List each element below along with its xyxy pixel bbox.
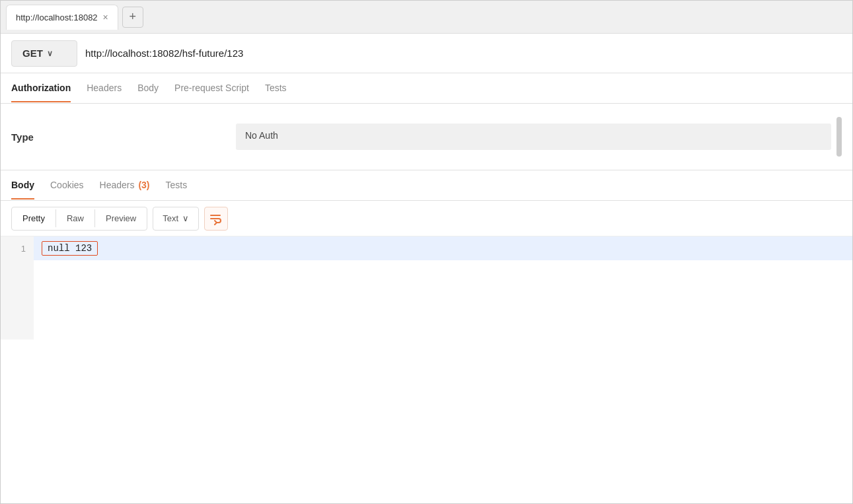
wrap-button[interactable] [204,207,228,231]
tab-response-headers[interactable]: Headers (3) [100,172,150,199]
method-button[interactable]: GET ∨ [11,40,77,67]
auth-section: Type No Auth [1,104,852,170]
body-toolbar: Pretty Raw Preview Text ∨ [1,201,852,236]
wrap-lines-icon [209,212,223,225]
method-label: GET [22,48,43,59]
browser-tab[interactable]: http://localhost:18082 × [6,5,118,30]
format-label: Text [163,213,178,223]
tab-response-cookies[interactable]: Cookies [50,172,84,199]
auth-type-label: Type [11,131,236,143]
tab-tests[interactable]: Tests [265,75,287,102]
view-raw-button[interactable]: Raw [56,209,95,227]
url-input[interactable] [77,42,842,64]
line-gutter [1,260,34,340]
request-tabs: Authorization Headers Body Pre-request S… [1,73,852,104]
method-chevron-icon: ∨ [47,49,53,58]
line-number-1: 1 [1,236,34,260]
tab-label: http://localhost:18082 [16,13,98,22]
tab-headers[interactable]: Headers [87,75,122,102]
view-group: Pretty Raw Preview [11,207,147,231]
new-tab-button[interactable]: + [122,7,143,28]
code-area: 1 null 123 [1,236,852,504]
scrollbar-thumb[interactable] [836,117,842,157]
headers-badge: (3) [138,180,149,190]
view-pretty-button[interactable]: Pretty [12,209,56,227]
response-tabs: Body Cookies Headers (3) Tests [1,170,852,201]
tab-response-tests[interactable]: Tests [166,172,188,199]
line-content-box: null 123 [42,241,98,256]
code-line-1: 1 null 123 [1,236,852,260]
empty-lines [1,260,852,340]
tab-prerequest[interactable]: Pre-request Script [174,75,249,102]
format-chevron-icon: ∨ [182,213,189,223]
close-icon[interactable]: × [103,13,108,22]
url-bar: GET ∨ [1,34,852,73]
tab-response-body[interactable]: Body [11,172,34,199]
format-select-button[interactable]: Text ∨ [153,207,199,231]
line-content-1: null 123 [34,241,852,256]
view-preview-button[interactable]: Preview [95,209,147,227]
tab-body[interactable]: Body [137,75,159,102]
tab-bar: http://localhost:18082 × + [1,1,852,34]
auth-type-select[interactable]: No Auth [236,124,831,150]
tab-authorization[interactable]: Authorization [11,75,71,102]
main-content: GET ∨ Authorization Headers Body Pre-req… [1,34,852,504]
